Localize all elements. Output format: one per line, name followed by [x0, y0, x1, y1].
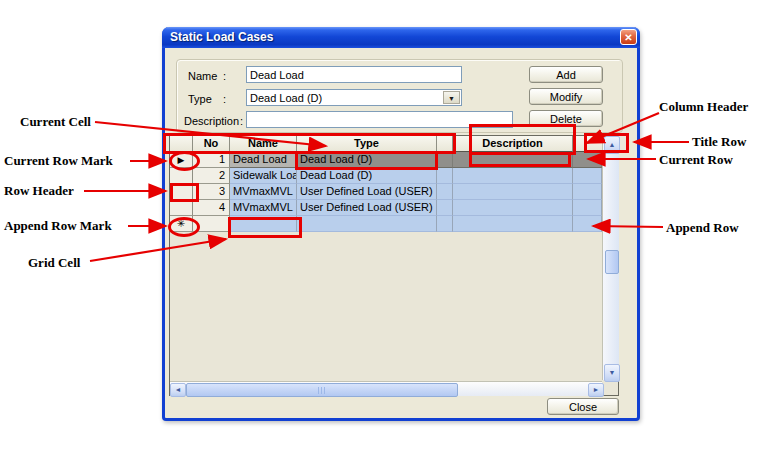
- table-row-current[interactable]: ▶ 1 Dead Load Dead Load (D): [170, 152, 602, 168]
- cell-gap[interactable]: [437, 168, 453, 184]
- cell-gap[interactable]: [437, 184, 453, 200]
- header-name: Name: [230, 136, 297, 152]
- table-row[interactable]: 4 MVmaxMVL User Defined Load (USER): [170, 200, 602, 216]
- description-label: Description: [184, 114, 239, 128]
- type-combobox-value: Dead Load (D): [250, 91, 322, 105]
- cell-type-current[interactable]: Dead Load (D): [297, 152, 437, 168]
- cell-gap[interactable]: [437, 200, 453, 216]
- cell-gap[interactable]: [437, 152, 453, 168]
- annotation-label-grid-cell: Grid Cell: [28, 255, 80, 271]
- table-row[interactable]: 2 Sidewalk Loa Dead Load (D): [170, 168, 602, 184]
- annotation-label-append-row: Append Row: [666, 220, 739, 236]
- cell-tail[interactable]: [573, 168, 602, 184]
- cell-name[interactable]: MVmaxMVL: [230, 184, 297, 200]
- cell-type[interactable]: [297, 216, 437, 232]
- dialog-title: Static Load Cases: [170, 30, 273, 44]
- cell-tail[interactable]: [573, 216, 602, 232]
- annotation-label-current-cell: Current Cell: [20, 114, 91, 130]
- description-input[interactable]: [246, 111, 513, 128]
- row-header-cell[interactable]: [170, 168, 193, 184]
- cell-description[interactable]: [453, 200, 573, 216]
- cell-description[interactable]: [453, 216, 573, 232]
- cell-gap[interactable]: [437, 216, 453, 232]
- append-row-mark-icon: ✳: [170, 216, 193, 232]
- horizontal-scrollbar[interactable]: ◄ ►: [170, 381, 602, 396]
- cell-no[interactable]: 4: [193, 200, 230, 216]
- horizontal-scroll-thumb[interactable]: [186, 383, 458, 397]
- cell-no[interactable]: 1: [193, 152, 230, 168]
- table-row[interactable]: 3 MVmaxMVL User Defined Load (USER): [170, 184, 602, 200]
- header-gap-cell: [437, 136, 453, 152]
- cell-no[interactable]: 2: [193, 168, 230, 184]
- cell-description[interactable]: [453, 152, 573, 168]
- row-header-cell[interactable]: [170, 184, 193, 200]
- header-no: No: [193, 136, 230, 152]
- cell-type[interactable]: Dead Load (D): [297, 168, 437, 184]
- name-input[interactable]: Dead Load: [246, 66, 462, 83]
- delete-button[interactable]: Delete: [529, 110, 603, 127]
- cell-tail[interactable]: [573, 200, 602, 216]
- close-button[interactable]: Close: [547, 398, 619, 415]
- add-button[interactable]: Add: [529, 66, 603, 83]
- type-colon: :: [223, 92, 226, 106]
- grid-title-row: No Name Type Description: [170, 136, 602, 152]
- type-label: Type: [188, 92, 212, 106]
- close-icon[interactable]: ✕: [620, 29, 637, 45]
- screenshot-stage: Static Load Cases ✕ Name : Dead Load Typ…: [0, 0, 768, 458]
- annotation-label-append-row-mark: Append Row Mark: [4, 218, 112, 234]
- modify-button[interactable]: Modify: [529, 88, 603, 105]
- scroll-up-icon[interactable]: ▲: [604, 136, 620, 154]
- scroll-thumb-grip: [318, 387, 326, 394]
- cell-type[interactable]: User Defined Load (USER): [297, 200, 437, 216]
- vertical-scroll-thumb[interactable]: [605, 250, 619, 274]
- description-colon: :: [240, 114, 243, 128]
- current-row-mark-icon: ▶: [170, 152, 193, 168]
- cell-description[interactable]: [453, 184, 573, 200]
- grid-cell-empty[interactable]: [230, 216, 297, 232]
- type-combobox[interactable]: Dead Load (D) ▼: [246, 89, 462, 106]
- annotation-label-title-row: Title Row: [692, 134, 746, 150]
- cell-name[interactable]: Sidewalk Loa: [230, 168, 297, 184]
- cell-description[interactable]: [453, 168, 573, 184]
- annotation-label-current-row-mark: Current Row Mark: [4, 153, 113, 169]
- name-label: Name: [188, 69, 217, 83]
- load-cases-grid[interactable]: No Name Type Description ▶ 1 Dead Load D…: [169, 135, 619, 396]
- header-tail-cell: [573, 136, 602, 152]
- annotation-label-current-row: Current Row: [659, 152, 733, 168]
- cell-no[interactable]: 3: [193, 184, 230, 200]
- combo-dropdown-icon[interactable]: ▼: [443, 91, 460, 104]
- cell-type[interactable]: User Defined Load (USER): [297, 184, 437, 200]
- cell-name[interactable]: MVmaxMVL: [230, 200, 297, 216]
- scroll-left-icon[interactable]: ◄: [170, 383, 186, 397]
- row-header-cell[interactable]: [170, 200, 193, 216]
- annotation-label-column-header: Column Header: [659, 99, 748, 115]
- name-colon: :: [223, 69, 226, 83]
- annotation-label-row-header: Row Header: [4, 183, 74, 199]
- cell-tail[interactable]: [573, 152, 602, 168]
- scroll-down-icon[interactable]: ▼: [604, 364, 620, 382]
- vertical-scrollbar[interactable]: ▲ ▼: [602, 136, 619, 380]
- cell-no[interactable]: [193, 216, 230, 232]
- append-row[interactable]: ✳: [170, 216, 602, 232]
- cell-name[interactable]: Dead Load: [230, 152, 297, 168]
- header-description: Description: [453, 136, 573, 152]
- scroll-right-icon[interactable]: ►: [588, 383, 604, 397]
- header-marker-cell: [170, 136, 193, 152]
- cell-tail[interactable]: [573, 184, 602, 200]
- dialog-titlebar: Static Load Cases: [162, 27, 640, 48]
- header-type: Type: [297, 136, 437, 152]
